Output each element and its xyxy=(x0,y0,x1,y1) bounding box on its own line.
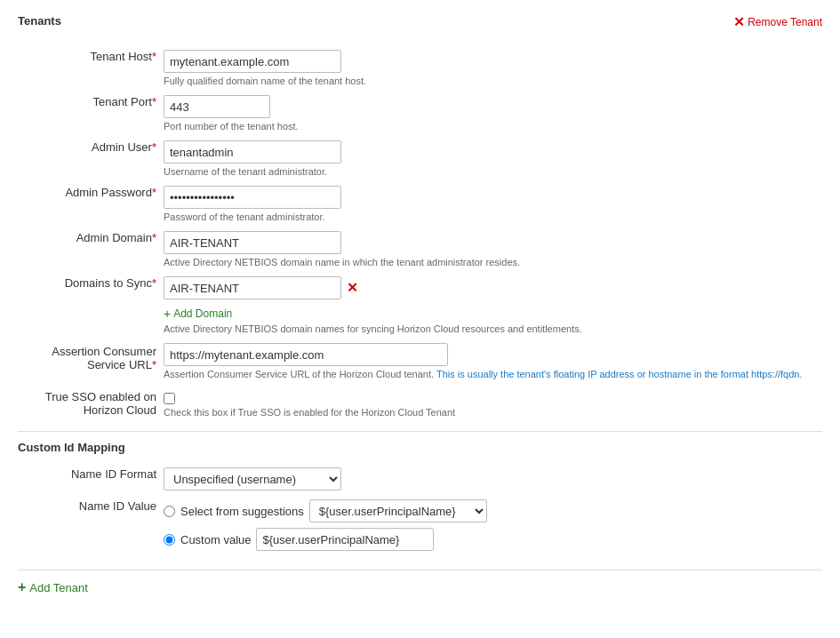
name-id-format-label-cell: Name ID Format xyxy=(18,463,160,495)
domains-to-sync-hint: Active Directory NETBIOS domain names fo… xyxy=(164,323,819,334)
name-id-value-label-cell: Name ID Value xyxy=(18,495,160,555)
admin-password-field-cell: Password of the tenant administrator. xyxy=(160,181,822,227)
domains-to-sync-field-cell: ✕ + Add Domain Active Directory NETBIOS … xyxy=(160,272,822,339)
name-id-value-label: Name ID Value xyxy=(79,499,156,513)
admin-domain-input[interactable] xyxy=(164,231,341,254)
domains-to-sync-required: * xyxy=(152,276,156,290)
tenant-port-hint: Port number of the tenant host. xyxy=(164,121,819,132)
true-sso-field-cell: Check this box if True SSO is enabled fo… xyxy=(160,384,822,422)
tenants-header: Tenants ✕ Remove Tenant xyxy=(18,14,822,38)
admin-password-input[interactable] xyxy=(164,186,341,209)
true-sso-hint: Check this box if True SSO is enabled fo… xyxy=(164,407,819,418)
name-id-format-row: Name ID Format Unspecified (username) Em… xyxy=(18,463,822,495)
admin-user-field-cell: Username of the tenant administrator. xyxy=(160,136,822,181)
add-tenant-label: Add Tenant xyxy=(29,581,88,594)
add-tenant-section: + Add Tenant xyxy=(18,570,822,595)
add-domain-plus-icon: + xyxy=(164,307,171,321)
true-sso-checkbox[interactable] xyxy=(164,393,175,404)
tenant-port-input[interactable] xyxy=(164,95,270,118)
tenant-host-field-cell: Fully qualified domain name of the tenan… xyxy=(160,45,822,91)
tenant-port-label: Tenant Port xyxy=(92,95,152,108)
admin-domain-field-cell: Active Directory NETBIOS domain name in … xyxy=(160,227,822,272)
add-domain-label: Add Domain xyxy=(173,307,232,320)
tenant-host-row: Tenant Host* Fully qualified domain name… xyxy=(18,45,822,91)
add-domain-row: + Add Domain xyxy=(164,303,819,321)
admin-domain-row: Admin Domain* Active Directory NETBIOS d… xyxy=(18,227,822,272)
acs-url-required: * xyxy=(152,358,156,371)
admin-password-label: Admin Password xyxy=(65,186,152,199)
acs-url-hint-blue: This is usually the tenant's floating IP… xyxy=(436,369,803,379)
add-domain-button[interactable]: + Add Domain xyxy=(164,307,232,321)
custom-id-mapping-title: Custom Id Mapping xyxy=(18,441,822,454)
name-id-value-row: Name ID Value Select from suggestions ${… xyxy=(18,495,822,555)
name-id-value-field-cell: Select from suggestions ${user.userPrinc… xyxy=(160,495,822,555)
admin-user-hint: Username of the tenant administrator. xyxy=(164,166,819,177)
remove-tenant-button[interactable]: ✕ Remove Tenant xyxy=(733,14,822,30)
domain-sync-row: ✕ xyxy=(164,276,819,299)
domain-sync-input[interactable] xyxy=(164,276,341,299)
domains-to-sync-row: Domains to Sync* ✕ + Add Domain xyxy=(18,272,822,339)
remove-domain-icon: ✕ xyxy=(347,280,358,296)
tenant-port-row: Tenant Port* Port number of the tenant h… xyxy=(18,91,822,136)
admin-user-required: * xyxy=(152,140,156,154)
admin-password-hint: Password of the tenant administrator. xyxy=(164,211,819,222)
tenants-section: Tenants ✕ Remove Tenant Tenant Host* Ful… xyxy=(18,14,822,595)
admin-user-row: Admin User* Username of the tenant admin… xyxy=(18,136,822,181)
name-id-value-options: Select from suggestions ${user.userPrinc… xyxy=(164,499,819,551)
suggestions-radio[interactable] xyxy=(164,506,175,517)
admin-domain-label: Admin Domain xyxy=(76,231,152,244)
acs-url-input[interactable] xyxy=(164,343,448,366)
remove-tenant-icon: ✕ xyxy=(733,14,745,30)
tenant-port-field-cell: Port number of the tenant host. xyxy=(160,91,822,136)
custom-value-input[interactable] xyxy=(256,528,434,551)
true-sso-label: True SSO enabled onHorizon Cloud xyxy=(45,390,156,417)
acs-url-label: Assertion ConsumerService URL xyxy=(52,345,156,371)
admin-domain-hint: Active Directory NETBIOS domain name in … xyxy=(164,257,819,267)
admin-password-row: Admin Password* Password of the tenant a… xyxy=(18,181,822,227)
tenant-host-label-cell: Tenant Host* xyxy=(18,45,160,91)
name-id-format-select[interactable]: Unspecified (username) EmailAddress Pers… xyxy=(164,467,341,490)
admin-password-label-cell: Admin Password* xyxy=(18,181,160,227)
acs-url-field-cell: Assertion Consumer Service URL of the Ho… xyxy=(160,339,822,384)
tenant-port-label-cell: Tenant Port* xyxy=(18,91,160,136)
acs-url-label-cell: Assertion ConsumerService URL* xyxy=(18,339,160,384)
admin-user-input[interactable] xyxy=(164,140,341,163)
suggestions-radio-option: Select from suggestions ${user.userPrinc… xyxy=(164,499,819,522)
suggestion-value-select[interactable]: ${user.userPrincipalName} ${user.email} … xyxy=(309,499,487,522)
remove-domain-button[interactable]: ✕ xyxy=(347,280,358,296)
acs-url-row: Assertion ConsumerService URL* Assertion… xyxy=(18,339,822,384)
acs-url-hint: Assertion Consumer Service URL of the Ho… xyxy=(164,369,819,379)
admin-user-label-cell: Admin User* xyxy=(18,136,160,181)
add-tenant-button[interactable]: + Add Tenant xyxy=(18,579,88,595)
domains-to-sync-label-cell: Domains to Sync* xyxy=(18,272,160,339)
select-from-suggestions-label: Select from suggestions xyxy=(180,505,304,518)
domains-to-sync-label: Domains to Sync xyxy=(65,276,152,290)
admin-domain-required: * xyxy=(152,231,156,244)
admin-password-required: * xyxy=(152,186,156,199)
name-id-format-label: Name ID Format xyxy=(71,467,156,481)
true-sso-checkbox-row xyxy=(164,388,819,404)
remove-tenant-label: Remove Tenant xyxy=(748,16,822,28)
tenant-host-label: Tenant Host xyxy=(91,50,152,63)
name-id-format-field-cell: Unspecified (username) EmailAddress Pers… xyxy=(160,463,822,495)
admin-domain-label-cell: Admin Domain* xyxy=(18,227,160,272)
custom-id-mapping-table: Name ID Format Unspecified (username) Em… xyxy=(18,463,822,555)
true-sso-label-cell: True SSO enabled onHorizon Cloud xyxy=(18,384,160,422)
tenant-host-input[interactable] xyxy=(164,50,341,73)
tenants-title: Tenants xyxy=(18,14,61,28)
tenant-port-required: * xyxy=(152,95,156,108)
tenant-host-hint: Fully qualified domain name of the tenan… xyxy=(164,76,819,86)
section-divider xyxy=(18,431,822,432)
admin-user-label: Admin User xyxy=(92,140,152,154)
tenant-form-table: Tenant Host* Fully qualified domain name… xyxy=(18,45,822,422)
custom-value-label: Custom value xyxy=(180,533,251,546)
add-tenant-plus-icon: + xyxy=(18,579,26,595)
tenant-host-required: * xyxy=(152,50,156,63)
custom-value-radio-option: Custom value xyxy=(164,528,819,551)
true-sso-row: True SSO enabled onHorizon Cloud Check t… xyxy=(18,384,822,422)
custom-value-radio[interactable] xyxy=(164,534,175,546)
